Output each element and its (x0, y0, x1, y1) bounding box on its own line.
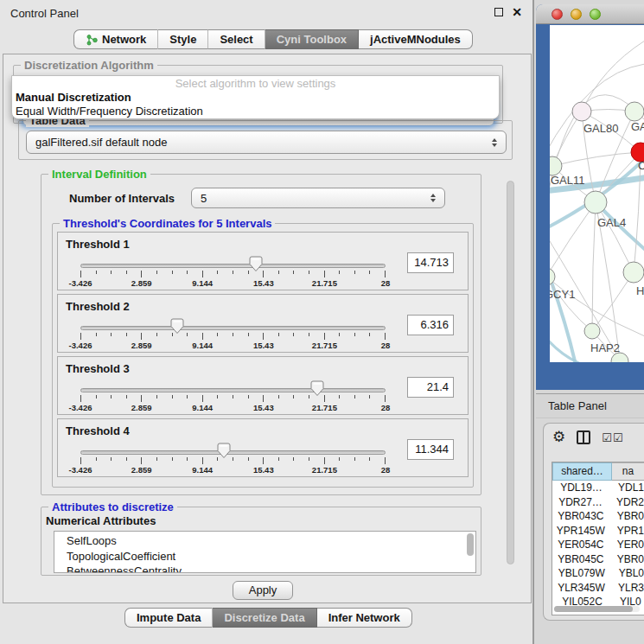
table-row[interactable]: YPR145WYPR1 (552, 524, 644, 539)
network-node[interactable] (584, 323, 600, 339)
table-row[interactable]: YBR043CYBR0 (552, 509, 644, 524)
tab-select[interactable]: Select (208, 29, 265, 49)
network-window-titlebar[interactable] (536, 4, 644, 24)
tab-cyni-toolbox[interactable]: Cyni Toolbox (265, 29, 359, 49)
node-label: C (638, 159, 644, 172)
slider-thumb[interactable] (170, 318, 184, 335)
network-edge[interactable] (582, 41, 644, 112)
table-row[interactable]: YDR27…YDR2 (552, 495, 644, 510)
tab-infer-network[interactable]: Infer Network (317, 608, 412, 628)
select-columns-icon[interactable]: ☑☑ (602, 431, 623, 444)
threshold-value-field[interactable]: 14.713 (407, 252, 454, 273)
table-row[interactable]: YDL19…YDL1 (552, 481, 644, 495)
tab-jactivemnodules[interactable]: jActiveMNodules (359, 29, 473, 49)
attribute-item[interactable]: SelfLoops (54, 532, 475, 549)
algorithm-option[interactable]: Equal Width/Frequency Discretization (12, 105, 499, 118)
cell-shared-name[interactable]: YLR345W (552, 581, 610, 596)
cell-name[interactable]: YDL1 (610, 481, 644, 495)
cell-shared-name[interactable]: YDL19… (552, 481, 610, 495)
tab-impute-data[interactable]: Impute Data (124, 608, 213, 628)
column-header-shared[interactable]: shared… (552, 462, 612, 481)
slider-thumb[interactable] (217, 443, 231, 459)
table-data-combo[interactable]: galFiltered.sif default node (26, 131, 507, 154)
tab-network[interactable]: Network (73, 29, 158, 49)
network-node[interactable] (584, 191, 607, 214)
minimize-traffic-light-icon[interactable] (571, 9, 582, 20)
cell-name[interactable]: YBR0 (609, 509, 644, 524)
threshold-label: Threshold 1 (66, 238, 130, 251)
algorithm-placeholder: Select algorithm to view settings (12, 77, 499, 91)
number-of-intervals-value: 5 (201, 192, 430, 205)
tick-label: 15.43 (253, 278, 274, 288)
list-scrollbar[interactable] (467, 533, 474, 556)
table-header-row: shared… na (552, 462, 644, 481)
zoom-traffic-light-icon[interactable] (590, 9, 601, 20)
cell-name[interactable]: YBL0 (611, 566, 644, 581)
node-label: H (636, 284, 644, 297)
panel-title: Control Panel (10, 7, 79, 20)
slider-tick-labels: -3.4262.8599.14415.4321.71528 (80, 403, 386, 413)
threshold-panel: Threshold 2 -3.4262.8599.14415.4321.7152… (57, 294, 469, 353)
column-header-name[interactable]: na (612, 462, 644, 481)
slider-track[interactable] (80, 388, 386, 392)
float-window-icon[interactable] (494, 8, 503, 16)
tab-style[interactable]: Style (158, 29, 208, 49)
node-table[interactable]: shared… na YDL19…YDL1YDR27…YDR2YBR043CYB… (552, 462, 644, 615)
horizontal-scrollbar[interactable] (554, 606, 640, 612)
table-row[interactable]: YBR045CYBR0 (552, 552, 644, 567)
number-of-intervals-combo[interactable]: 5 (191, 188, 445, 208)
network-edge[interactable] (550, 336, 583, 362)
slider-track[interactable] (80, 450, 386, 455)
attribute-item[interactable]: TopologicalCoefficient (54, 549, 475, 564)
close-traffic-light-icon[interactable] (552, 9, 563, 20)
cell-shared-name[interactable]: YDR27… (552, 495, 609, 510)
cell-name[interactable]: YER0 (609, 538, 644, 552)
network-node[interactable] (550, 268, 555, 285)
cell-shared-name[interactable]: YBR043C (552, 509, 609, 524)
network-node[interactable] (550, 156, 562, 175)
slider-thumb[interactable] (310, 380, 324, 397)
tick-label: 15.43 (253, 341, 274, 350)
table-row[interactable]: YBL079WYBL0 (552, 566, 644, 581)
apply-button[interactable]: Apply (233, 581, 293, 600)
slider-track[interactable] (80, 326, 386, 330)
cell-shared-name[interactable]: YPR145W (552, 524, 609, 539)
cell-shared-name[interactable]: YBR045C (552, 552, 609, 567)
cell-name[interactable]: YPR1 (609, 524, 644, 539)
table-data-group: Table Data galFiltered.sif default node (18, 120, 513, 160)
node-label: GAL4 (597, 216, 626, 229)
network-view-window: GAL80GACGAL11GAL4GCY1HHAP2 (536, 4, 644, 390)
tab-label: Style (169, 33, 196, 46)
cell-name[interactable]: YLR3 (610, 581, 644, 596)
cell-shared-name[interactable]: YBL079W (552, 566, 611, 581)
network-edge[interactable] (552, 152, 641, 166)
tick-label: 21.715 (312, 278, 337, 288)
tick-label: 28 (381, 278, 391, 288)
table-toolbar: ⚙ ☑☑ (552, 429, 624, 446)
settings-gear-icon[interactable]: ⚙ (552, 429, 565, 446)
table-row[interactable]: YLR345WYLR3 (552, 581, 644, 596)
threshold-value-field[interactable]: 6.316 (407, 315, 454, 335)
attribute-item[interactable]: BetweennessCentrality (54, 564, 475, 573)
slider-thumb[interactable] (249, 256, 263, 272)
network-node[interactable] (623, 262, 644, 283)
network-canvas[interactable]: GAL80GACGAL11GAL4GCY1HHAP2 (550, 25, 644, 362)
cell-shared-name[interactable]: YER054C (552, 538, 609, 552)
panel-scrollbar[interactable] (507, 181, 514, 564)
cell-name[interactable]: YBR0 (609, 552, 644, 567)
numerical-attributes-list[interactable]: SelfLoopsTopologicalCoefficientBetweenne… (54, 531, 476, 573)
column-layout-icon[interactable] (577, 430, 590, 444)
close-icon[interactable]: ✕ (512, 5, 522, 19)
threshold-value-field[interactable]: 21.4 (407, 377, 454, 398)
slider-track[interactable] (80, 264, 386, 268)
network-node[interactable] (572, 102, 591, 121)
cell-name[interactable]: YDR2 (609, 495, 644, 510)
table-data-value: galFiltered.sif default node (35, 136, 492, 149)
node-label: GA (631, 120, 644, 133)
network-node[interactable] (625, 102, 644, 121)
network-edge[interactable] (596, 202, 634, 272)
table-row[interactable]: YER054CYER0 (552, 538, 644, 552)
algorithm-option[interactable]: Manual Discretization (12, 91, 499, 105)
tab-discretize-data[interactable]: Discretize Data (213, 608, 316, 628)
threshold-value-field[interactable]: 11.344 (407, 439, 454, 460)
